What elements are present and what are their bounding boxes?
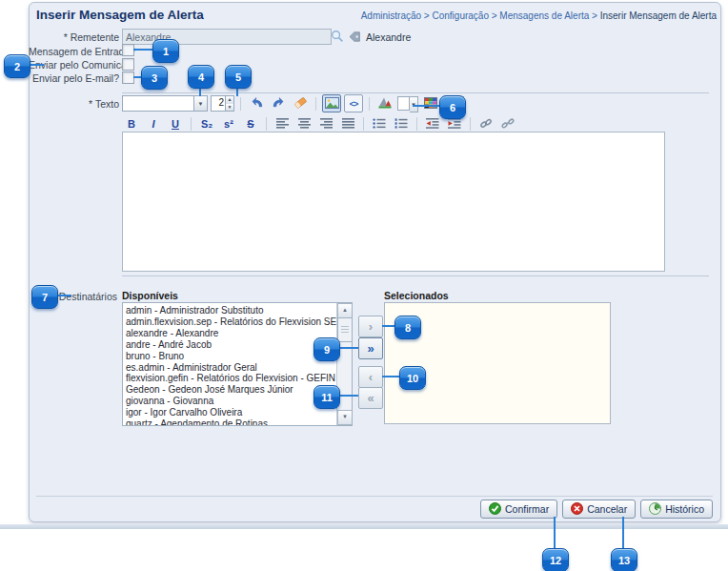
search-icon[interactable]: [331, 30, 344, 47]
toolbar-separator: [191, 117, 192, 131]
toolbar-separator: [369, 97, 370, 111]
callout-line: [413, 105, 439, 107]
list-scrollbar[interactable]: ▲ ▼: [336, 303, 352, 425]
tag-icon: [349, 30, 361, 47]
source-code-icon: <>: [350, 99, 358, 109]
eraser-icon: [293, 95, 308, 112]
bold-button[interactable]: B: [122, 114, 141, 133]
breadcrumb-item-mensagens-de-alerta[interactable]: Mensagens de Alerta: [499, 10, 589, 21]
callout-line: [29, 64, 44, 66]
callout-line: [382, 376, 399, 377]
history-button-label: Histórico: [665, 503, 704, 515]
scrollbar-thumb[interactable]: [337, 317, 353, 342]
chevron-down-icon[interactable]: ▼: [193, 96, 207, 111]
list-item[interactable]: alexandre - Alexandre: [123, 328, 337, 339]
callout-badge-8: 8: [394, 316, 421, 339]
list-item[interactable]: bruno - Bruno: [123, 351, 337, 362]
breadcrumb-item-configuracao[interactable]: Configuração: [432, 10, 488, 21]
list-item[interactable]: quartz - Agendamento de Rotinas: [123, 418, 337, 426]
list-item[interactable]: giovanna - Giovanna: [123, 396, 337, 407]
redo-icon: [272, 95, 286, 112]
list-item[interactable]: admin - Administrador Substituto: [123, 305, 337, 316]
callout-line: [133, 76, 141, 78]
callout-badge-13: 13: [611, 548, 637, 571]
subscript-button[interactable]: S₂: [197, 114, 216, 133]
enviar-email-label: Enviar pelo E-mail?: [29, 72, 119, 84]
align-center-icon: [298, 115, 311, 133]
editor-body[interactable]: [122, 132, 665, 272]
undo-button[interactable]: [247, 94, 266, 112]
scroll-down-icon[interactable]: ▼: [337, 410, 353, 425]
cancel-button[interactable]: Cancelar: [562, 500, 636, 519]
subscript-icon: S₂: [201, 118, 212, 130]
redo-button[interactable]: [269, 94, 288, 112]
align-center-button[interactable]: [294, 114, 313, 133]
breadcrumb-item-administracao[interactable]: Administração: [361, 10, 421, 21]
align-right-button[interactable]: [316, 114, 335, 133]
font-family-select[interactable]: ▼: [122, 95, 208, 112]
strikethrough-button[interactable]: S: [241, 114, 260, 133]
screenshot-canvas: Inserir Mensagem de Alerta Administração…: [0, 0, 728, 571]
page-title: Inserir Mensagem de Alerta: [36, 8, 204, 22]
image-icon: [325, 95, 339, 112]
callout-badge-6: 6: [439, 95, 466, 119]
history-icon: [649, 502, 661, 517]
undo-icon: [250, 95, 264, 112]
color-palette-icon: [424, 95, 437, 112]
background-color-button[interactable]: [421, 94, 440, 112]
move-all-right-button[interactable]: »: [358, 337, 383, 359]
move-right-button[interactable]: ›: [358, 316, 383, 337]
align-left-button[interactable]: [273, 114, 292, 133]
font-color-button[interactable]: [375, 94, 394, 112]
list-item[interactable]: andre - André Jacob: [123, 339, 337, 351]
move-all-left-button[interactable]: «: [358, 387, 383, 409]
cancel-button-label: Cancelar: [587, 503, 627, 515]
outdent-button[interactable]: [423, 114, 442, 133]
italic-button[interactable]: I: [144, 114, 163, 133]
bullet-list-button[interactable]: [370, 114, 389, 133]
bullet-list-icon: [373, 115, 386, 133]
font-family-value: [123, 96, 193, 111]
mensagem-entrada-label: Mensagem de Entrada?: [29, 46, 119, 57]
toolbar-separator: [470, 117, 471, 131]
breadcrumb: Administração > Configuração > Mensagens…: [361, 10, 717, 21]
list-item[interactable]: admin.flexvision.sep - Relatórios do Fle…: [123, 316, 337, 328]
callout-line: [338, 347, 358, 349]
enviar-comunica-checkbox[interactable]: [122, 58, 134, 71]
superscript-button[interactable]: s²: [219, 114, 238, 133]
history-button[interactable]: Histórico: [640, 500, 713, 519]
list-item[interactable]: flexvision.gefin - Relatórios do Flexvis…: [123, 373, 337, 384]
bold-icon: B: [128, 118, 135, 130]
spinner-down-icon[interactable]: ▼: [226, 104, 233, 112]
callout-line: [338, 395, 358, 397]
list-item[interactable]: igor - Igor Carvalho Oliveira: [123, 407, 337, 418]
underline-button[interactable]: U: [166, 114, 185, 133]
move-left-button[interactable]: ‹: [358, 366, 383, 388]
list-item[interactable]: Gedeon - Gedeon José Marques Júnior: [123, 384, 337, 396]
clear-formatting-button[interactable]: [291, 94, 310, 112]
callout-badge-7: 7: [31, 285, 58, 309]
breadcrumb-separator: >: [421, 10, 432, 21]
font-color-swatch-dropdown[interactable]: ▼: [397, 96, 418, 111]
unlink-button[interactable]: [498, 114, 517, 133]
callout-line: [382, 325, 394, 327]
spinner-up-icon[interactable]: ▲: [226, 96, 233, 104]
link-icon: [479, 115, 493, 133]
numbered-list-button[interactable]: [392, 114, 411, 133]
callout-badge-10: 10: [399, 366, 426, 390]
link-button[interactable]: [476, 114, 495, 133]
remetente-display-name: Alexandre: [366, 31, 411, 43]
breadcrumb-separator: >: [589, 10, 599, 21]
toolbar-separator: [240, 97, 241, 111]
toolbar-separator: [266, 117, 267, 131]
confirm-button[interactable]: Confirmar: [480, 500, 557, 519]
font-size-spinner[interactable]: 2 ▲ ▼: [211, 95, 234, 112]
font-size-value: 2: [212, 96, 225, 111]
source-code-mode-button[interactable]: <>: [344, 94, 363, 112]
callout-badge-12: 12: [542, 548, 569, 571]
rich-text-mode-button[interactable]: [322, 94, 341, 112]
list-item[interactable]: es.admin - Administrador Geral: [123, 362, 337, 374]
scroll-up-icon[interactable]: ▲: [337, 303, 353, 318]
justify-button[interactable]: [338, 114, 357, 133]
underline-icon: U: [172, 118, 179, 130]
